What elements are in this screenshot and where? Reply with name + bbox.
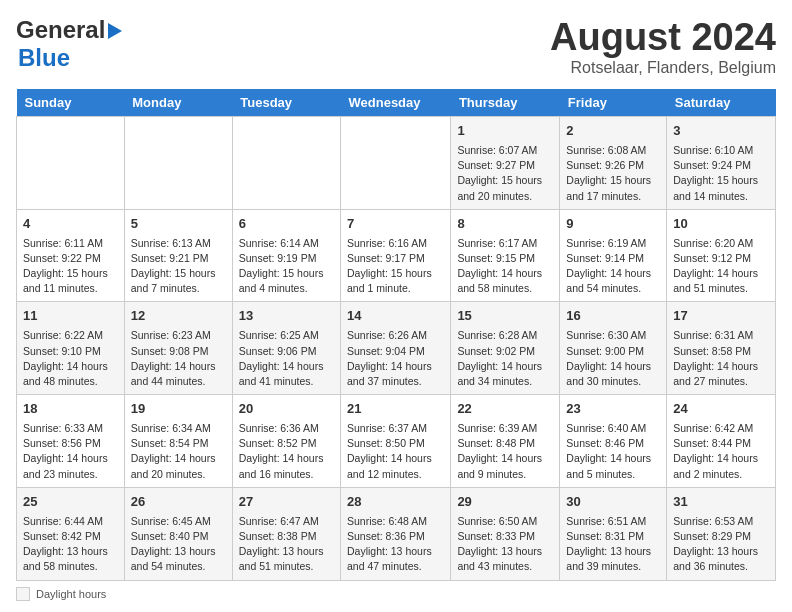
day-number: 11 xyxy=(23,307,118,326)
footer-note: Daylight hours xyxy=(16,587,776,601)
cell-content-line: Daylight: 14 hours and 44 minutes. xyxy=(131,359,226,389)
cell-content-line: Sunset: 9:00 PM xyxy=(566,344,660,359)
cell-content-line: Daylight: 13 hours and 36 minutes. xyxy=(673,544,769,574)
cell-content-line: Sunset: 8:44 PM xyxy=(673,436,769,451)
day-number: 3 xyxy=(673,122,769,141)
calendar-cell: 11Sunrise: 6:22 AMSunset: 9:10 PMDayligh… xyxy=(17,302,125,395)
cell-content-line: Sunrise: 6:17 AM xyxy=(457,236,553,251)
day-number: 27 xyxy=(239,493,334,512)
cell-content-line: Daylight: 14 hours and 27 minutes. xyxy=(673,359,769,389)
cell-content-line: Daylight: 15 hours and 20 minutes. xyxy=(457,173,553,203)
cell-content-line: Sunrise: 6:33 AM xyxy=(23,421,118,436)
calendar-cell: 25Sunrise: 6:44 AMSunset: 8:42 PMDayligh… xyxy=(17,487,125,580)
cell-content-line: Sunset: 9:15 PM xyxy=(457,251,553,266)
cell-content-line: Daylight: 14 hours and 2 minutes. xyxy=(673,451,769,481)
day-header-monday: Monday xyxy=(124,89,232,117)
cell-content-line: Sunrise: 6:31 AM xyxy=(673,328,769,343)
cell-content-line: Daylight: 14 hours and 51 minutes. xyxy=(673,266,769,296)
cell-content-line: Sunset: 8:42 PM xyxy=(23,529,118,544)
cell-content-line: Sunrise: 6:23 AM xyxy=(131,328,226,343)
calendar-week-row: 4Sunrise: 6:11 AMSunset: 9:22 PMDaylight… xyxy=(17,209,776,302)
calendar-week-row: 1Sunrise: 6:07 AMSunset: 9:27 PMDaylight… xyxy=(17,117,776,210)
calendar-cell: 24Sunrise: 6:42 AMSunset: 8:44 PMDayligh… xyxy=(667,395,776,488)
day-number: 4 xyxy=(23,215,118,234)
day-number: 23 xyxy=(566,400,660,419)
cell-content-line: Sunrise: 6:50 AM xyxy=(457,514,553,529)
cell-content-line: Daylight: 15 hours and 4 minutes. xyxy=(239,266,334,296)
day-number: 22 xyxy=(457,400,553,419)
calendar-body: 1Sunrise: 6:07 AMSunset: 9:27 PMDaylight… xyxy=(17,117,776,581)
cell-content-line: Sunrise: 6:10 AM xyxy=(673,143,769,158)
calendar-table: SundayMondayTuesdayWednesdayThursdayFrid… xyxy=(16,89,776,581)
cell-content-line: Sunset: 9:06 PM xyxy=(239,344,334,359)
day-number: 8 xyxy=(457,215,553,234)
calendar-cell xyxy=(232,117,340,210)
calendar-header-row: SundayMondayTuesdayWednesdayThursdayFrid… xyxy=(17,89,776,117)
day-number: 1 xyxy=(457,122,553,141)
cell-content-line: Sunrise: 6:26 AM xyxy=(347,328,444,343)
header: General Blue August 2024 Rotselaar, Flan… xyxy=(16,16,776,77)
cell-content-line: Sunrise: 6:47 AM xyxy=(239,514,334,529)
day-number: 13 xyxy=(239,307,334,326)
day-number: 5 xyxy=(131,215,226,234)
calendar-cell: 12Sunrise: 6:23 AMSunset: 9:08 PMDayligh… xyxy=(124,302,232,395)
cell-content-line: Sunrise: 6:53 AM xyxy=(673,514,769,529)
calendar-week-row: 11Sunrise: 6:22 AMSunset: 9:10 PMDayligh… xyxy=(17,302,776,395)
cell-content-line: Sunset: 8:56 PM xyxy=(23,436,118,451)
calendar-cell: 23Sunrise: 6:40 AMSunset: 8:46 PMDayligh… xyxy=(560,395,667,488)
calendar-week-row: 25Sunrise: 6:44 AMSunset: 8:42 PMDayligh… xyxy=(17,487,776,580)
calendar-cell xyxy=(341,117,451,210)
day-number: 30 xyxy=(566,493,660,512)
cell-content-line: Daylight: 15 hours and 1 minute. xyxy=(347,266,444,296)
cell-content-line: Daylight: 15 hours and 14 minutes. xyxy=(673,173,769,203)
logo: General Blue xyxy=(16,16,122,72)
calendar-cell: 5Sunrise: 6:13 AMSunset: 9:21 PMDaylight… xyxy=(124,209,232,302)
calendar-cell: 21Sunrise: 6:37 AMSunset: 8:50 PMDayligh… xyxy=(341,395,451,488)
cell-content-line: Daylight: 13 hours and 51 minutes. xyxy=(239,544,334,574)
cell-content-line: Sunset: 9:21 PM xyxy=(131,251,226,266)
logo-general: General xyxy=(16,16,105,44)
cell-content-line: Sunrise: 6:20 AM xyxy=(673,236,769,251)
location-title: Rotselaar, Flanders, Belgium xyxy=(550,59,776,77)
cell-content-line: Daylight: 14 hours and 5 minutes. xyxy=(566,451,660,481)
cell-content-line: Sunrise: 6:08 AM xyxy=(566,143,660,158)
cell-content-line: Daylight: 14 hours and 23 minutes. xyxy=(23,451,118,481)
cell-content-line: Daylight: 15 hours and 17 minutes. xyxy=(566,173,660,203)
cell-content-line: Sunrise: 6:11 AM xyxy=(23,236,118,251)
day-number: 20 xyxy=(239,400,334,419)
daylight-label: Daylight hours xyxy=(36,588,106,600)
day-header-thursday: Thursday xyxy=(451,89,560,117)
calendar-cell: 30Sunrise: 6:51 AMSunset: 8:31 PMDayligh… xyxy=(560,487,667,580)
cell-content-line: Sunrise: 6:42 AM xyxy=(673,421,769,436)
cell-content-line: Sunrise: 6:34 AM xyxy=(131,421,226,436)
cell-content-line: Sunrise: 6:51 AM xyxy=(566,514,660,529)
day-number: 21 xyxy=(347,400,444,419)
cell-content-line: Sunset: 9:12 PM xyxy=(673,251,769,266)
day-number: 19 xyxy=(131,400,226,419)
logo-blue: Blue xyxy=(18,44,70,71)
day-header-saturday: Saturday xyxy=(667,89,776,117)
cell-content-line: Sunset: 8:58 PM xyxy=(673,344,769,359)
cell-content-line: Daylight: 15 hours and 7 minutes. xyxy=(131,266,226,296)
calendar-cell: 3Sunrise: 6:10 AMSunset: 9:24 PMDaylight… xyxy=(667,117,776,210)
cell-content-line: Daylight: 14 hours and 30 minutes. xyxy=(566,359,660,389)
cell-content-line: Daylight: 14 hours and 48 minutes. xyxy=(23,359,118,389)
cell-content-line: Sunset: 9:24 PM xyxy=(673,158,769,173)
cell-content-line: Daylight: 13 hours and 43 minutes. xyxy=(457,544,553,574)
cell-content-line: Sunrise: 6:16 AM xyxy=(347,236,444,251)
cell-content-line: Sunset: 8:52 PM xyxy=(239,436,334,451)
day-number: 18 xyxy=(23,400,118,419)
calendar-cell: 29Sunrise: 6:50 AMSunset: 8:33 PMDayligh… xyxy=(451,487,560,580)
day-header-tuesday: Tuesday xyxy=(232,89,340,117)
cell-content-line: Daylight: 14 hours and 37 minutes. xyxy=(347,359,444,389)
cell-content-line: Sunrise: 6:19 AM xyxy=(566,236,660,251)
cell-content-line: Sunrise: 6:48 AM xyxy=(347,514,444,529)
calendar-cell xyxy=(17,117,125,210)
month-title: August 2024 xyxy=(550,16,776,59)
day-header-wednesday: Wednesday xyxy=(341,89,451,117)
calendar-cell: 6Sunrise: 6:14 AMSunset: 9:19 PMDaylight… xyxy=(232,209,340,302)
day-number: 2 xyxy=(566,122,660,141)
day-number: 6 xyxy=(239,215,334,234)
calendar-cell: 15Sunrise: 6:28 AMSunset: 9:02 PMDayligh… xyxy=(451,302,560,395)
cell-content-line: Sunset: 8:48 PM xyxy=(457,436,553,451)
